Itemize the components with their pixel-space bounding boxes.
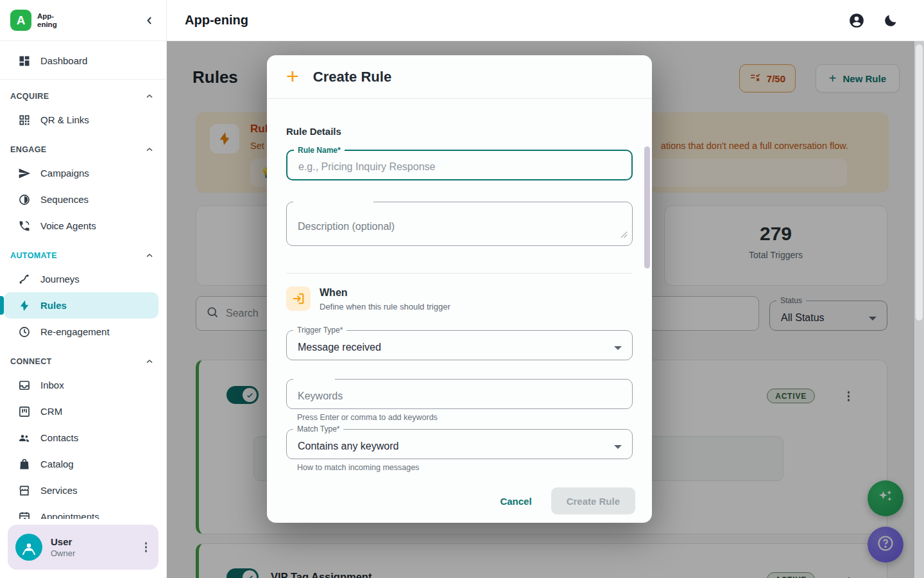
sidebar-item-sequences[interactable]: Sequences (0, 186, 166, 213)
sidebar-item-qr-links[interactable]: QR & Links (0, 107, 166, 133)
chevron-down-icon (614, 346, 622, 350)
sequence-icon (18, 193, 31, 206)
modal-body: Rule Details Rule Name* Description (opt… (267, 99, 652, 479)
topbar: App-ening (167, 0, 924, 41)
trigger-type-label: Trigger Type* (297, 326, 343, 335)
trigger-type-select[interactable]: Trigger Type* Message received (286, 326, 633, 360)
sidebar-header: A App- ening (0, 0, 166, 41)
rule-name-input[interactable] (287, 155, 631, 179)
phone-icon (18, 220, 31, 232)
send-icon (18, 167, 31, 180)
plus-icon: + (286, 65, 299, 87)
trigger-type-value: Message received (298, 342, 381, 353)
cancel-button[interactable]: Cancel (490, 489, 542, 513)
dashboard-icon (18, 55, 31, 67)
sidebar-item-crm[interactable]: CRM (0, 398, 166, 425)
account-button[interactable] (848, 12, 865, 29)
modal-header: + Create Rule (267, 55, 652, 99)
brand-name: App- ening (37, 12, 143, 28)
sidebar-item-inbox[interactable]: Inbox (0, 372, 166, 398)
user-menu-button[interactable] (141, 538, 151, 556)
when-section: When Define when this rule should trigge… (286, 286, 633, 311)
description-field[interactable]: Description (optional) Description (opti… (286, 197, 633, 246)
resize-handle[interactable] (620, 229, 628, 241)
moon-icon (883, 13, 898, 28)
divider (0, 79, 166, 80)
shopping-bag-icon (18, 458, 31, 471)
sidebar-section-connect[interactable]: CONNECT (0, 351, 166, 372)
match-type-value: Contains any keyword (298, 441, 398, 452)
sidebar-collapse-button[interactable] (143, 14, 156, 27)
match-type-label: Match Type* (297, 425, 339, 434)
sidebar: A App- ening Dashboard ACQUIRE QR & Link… (0, 0, 167, 578)
account-circle-icon (848, 12, 865, 29)
app-root: Rules 7/50 + New Rule Rules Set u ations… (0, 0, 924, 578)
modal-scrollbar-thumb[interactable] (644, 146, 650, 268)
clock-icon (18, 326, 31, 338)
rule-name-label: Rule Name* (298, 146, 341, 155)
chevron-up-icon (144, 356, 155, 367)
sidebar-item-catalog[interactable]: Catalog (0, 451, 166, 477)
sidebar-section-engage[interactable]: ENGAGE (0, 139, 166, 160)
description-label: Description (optional) (298, 221, 395, 232)
divider (286, 273, 633, 274)
match-type-helper-text: How to match incoming messages (297, 463, 633, 472)
kanban-icon (18, 405, 31, 418)
page-scrollbar-thumb[interactable] (916, 44, 923, 320)
sidebar-item-campaigns[interactable]: Campaigns (0, 160, 166, 186)
create-rule-button[interactable]: Create Rule (551, 487, 635, 514)
chevron-up-icon (144, 250, 155, 261)
active-indicator (0, 296, 4, 315)
user-role: Owner (51, 548, 133, 558)
sidebar-item-services[interactable]: Services (0, 477, 166, 504)
keywords-label: Keywords (298, 390, 343, 402)
sidebar-item-voice-agents[interactable]: Voice Agents (0, 213, 166, 239)
sidebar-item-journeys[interactable]: Journeys (0, 266, 166, 292)
chevron-up-icon (144, 91, 155, 101)
page-scrollbar[interactable] (914, 41, 924, 578)
app-logo: A (10, 10, 31, 31)
modal-footer: Cancel Create Rule (267, 479, 652, 523)
qr-code-icon (18, 114, 31, 127)
inbox-icon (18, 379, 31, 392)
lightning-bolt-icon (18, 299, 31, 312)
user-avatar (15, 534, 42, 561)
keywords-field[interactable]: Keywords Keywords (286, 374, 633, 409)
when-title: When (320, 287, 450, 299)
modal-title: Create Rule (313, 69, 391, 85)
route-icon (18, 273, 31, 286)
match-type-select[interactable]: Match Type* Contains any keyword (286, 425, 633, 459)
sidebar-item-contacts[interactable]: Contacts (0, 425, 166, 451)
create-rule-modal: + Create Rule Rule Details Rule Name* De… (267, 55, 652, 523)
sidebar-section-automate[interactable]: AUTOMATE (0, 245, 166, 266)
trigger-icon (286, 286, 311, 311)
storefront-icon (18, 484, 31, 497)
dark-mode-toggle[interactable] (883, 13, 898, 28)
user-meta: User Owner (51, 536, 133, 558)
when-subtitle: Define when this rule should trigger (320, 302, 450, 311)
user-card[interactable]: User Owner (8, 525, 158, 570)
chevron-down-icon (614, 445, 622, 449)
topbar-title: App-ening (185, 13, 848, 28)
keywords-helper-text: Press Enter or comma to add keywords (297, 413, 633, 422)
sidebar-item-dashboard[interactable]: Dashboard (0, 48, 166, 74)
sidebar-item-re-engagement[interactable]: Re-engagement (0, 319, 166, 345)
sidebar-section-acquire[interactable]: ACQUIRE (0, 86, 166, 107)
rule-details-heading: Rule Details (286, 126, 633, 137)
rule-name-field[interactable]: Rule Name* (286, 146, 633, 180)
user-name: User (51, 536, 133, 547)
sidebar-item-rules[interactable]: Rules (4, 292, 158, 319)
chevron-up-icon (144, 144, 155, 155)
people-icon (18, 432, 31, 444)
